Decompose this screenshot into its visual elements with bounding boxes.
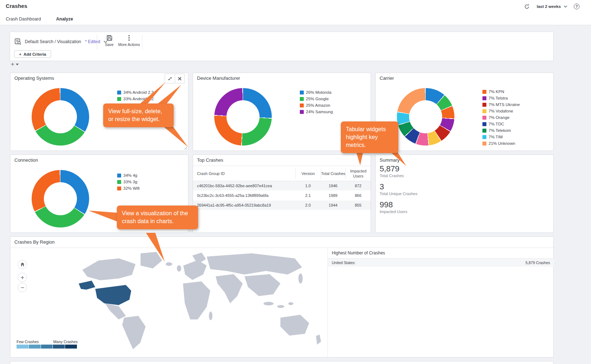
highest-crashes-list: United States:5,879 Crashes	[328, 259, 554, 267]
table-row[interactable]: 0c23bc2c-3c63-4555-a25a-13fdf899a6fa2.11…	[193, 191, 371, 200]
expand-widget-button[interactable]	[165, 74, 175, 83]
search-toolbar: Default Search / Visualization * Edited …	[10, 32, 554, 61]
column-header-impacted-users[interactable]: Impacted Users	[345, 168, 371, 179]
map-zoom-out-button[interactable]	[18, 283, 27, 292]
callout-visualization: View a visualization of the crash data i…	[117, 206, 198, 229]
gradient-step	[65, 345, 77, 349]
legend-item: 7% Telstra	[482, 95, 520, 101]
column-header-crash-group-id[interactable]: Crash Group ID	[193, 171, 296, 176]
divider	[10, 248, 553, 248]
legend-label: 26% Motorola	[306, 90, 331, 95]
legend-swatch	[482, 109, 486, 113]
metric-impacted-users: 998 Impacted Users	[380, 200, 417, 215]
cell-crash-group-id: 0c23bc2c-3c63-4555-a25a-13fdf899a6fa	[193, 193, 296, 198]
metric-value: 3	[380, 182, 417, 191]
carrier-legend: 7% KPN7% Telstra7% MTS Ukraine7% Vodafon…	[482, 88, 520, 147]
metric-total-crashes: 5,879 Total Crashes	[380, 164, 417, 179]
map-legend-labels: Few Crashes Many Crashes	[17, 340, 78, 344]
cell-version: 2.0	[296, 203, 321, 207]
widget-crashes-by-region: Crashes By Region	[10, 236, 554, 358]
legend-label: 33% Android 4.2	[123, 97, 154, 101]
legend-swatch	[117, 186, 121, 190]
edited-badge: * Edited	[85, 39, 100, 44]
legend-label: 25% Amazon	[306, 103, 330, 107]
add-criteria-button[interactable]: + Add Criteria	[14, 50, 51, 58]
few-crashes-label: Few Crashes	[17, 340, 39, 344]
page-title: Crashes	[6, 3, 27, 9]
carrier-donut-chart[interactable]	[397, 88, 454, 146]
expand-icon	[168, 77, 172, 81]
legend-item: 34% Android 2.3	[117, 89, 154, 96]
metric-total-unique-crashes: 3 Total Unique Crashes	[380, 182, 417, 197]
close-widget-button[interactable]	[175, 74, 184, 83]
column-header-total-crashes[interactable]: Total Crashes	[321, 168, 346, 179]
legend-item: 7% Orange	[482, 114, 520, 121]
chevron-down-icon	[564, 5, 567, 8]
gradient-step	[53, 345, 65, 349]
highest-crashes-row: United States:5,879 Crashes	[328, 259, 554, 267]
help-icon[interactable]: ?	[574, 4, 579, 9]
minus-icon	[20, 287, 24, 288]
header-actions: last 2 weeks ?	[523, 3, 579, 10]
cell-version: 2.1	[296, 193, 321, 198]
legend-item: 25% Google	[300, 96, 333, 102]
toolbar-divider	[97, 35, 97, 49]
connection-donut-chart[interactable]	[32, 170, 89, 227]
legend-item: 33% 3g	[117, 179, 139, 185]
device-manufacturer-legend: 26% Motorola25% Google25% Amazon24% Sams…	[300, 89, 333, 115]
widget-title: Operating Systems	[14, 75, 54, 81]
operating-systems-donut-chart[interactable]	[32, 88, 89, 146]
legend-item: 26% Motorola	[300, 89, 333, 96]
legend-swatch	[482, 103, 486, 107]
legend-item: 7% KPN	[482, 88, 520, 95]
column-header-version[interactable]: Version	[296, 168, 321, 179]
legend-item: 21% Unknown	[482, 140, 520, 147]
region-label: United States:	[332, 261, 356, 265]
legend-swatch	[482, 129, 486, 133]
table-row[interactable]: c46201bc-583a-4452-92be-aee807e41cea1.01…	[193, 181, 371, 190]
summary-metrics: 5,879 Total Crashes 3 Total Unique Crash…	[380, 164, 417, 218]
widget-top-crashes: Top Crashes Crash Group ID Version Total…	[193, 155, 371, 233]
legend-item: 7% MTS Ukraine	[482, 101, 520, 108]
legend-label: 34% 4g	[123, 173, 137, 178]
add-widget-button[interactable]: +	[11, 61, 19, 68]
legend-item: 7% Vodafone	[482, 108, 520, 114]
cell-version: 1.0	[296, 184, 321, 188]
cell-total-crashes: 1946	[321, 184, 346, 188]
time-range-dropdown[interactable]: last 2 weeks	[537, 4, 567, 9]
legend-label: 7% TDC	[489, 122, 504, 126]
legend-item: 24% Samsung	[300, 109, 333, 115]
widget-title: Device Manufacturer	[197, 75, 240, 81]
callout-tabular-widgets: Tabular widgets highlight key metrics.	[341, 121, 398, 153]
many-crashes-label: Many Crashes	[53, 340, 78, 344]
save-label: Save	[105, 42, 114, 47]
legend-swatch	[482, 135, 486, 139]
legend-item: 7% Telekom	[482, 127, 520, 134]
saved-search-dropdown[interactable]: Default Search / Visualization * Edited	[14, 36, 107, 48]
connection-legend: 34% 4g33% 3g32% Wifi	[117, 172, 139, 192]
legend-label: 21% Unknown	[489, 141, 515, 146]
legend-label: 24% Samsung	[306, 110, 333, 114]
save-button[interactable]: Save	[99, 35, 119, 47]
legend-swatch	[300, 110, 304, 114]
map-zoom-in-button[interactable]	[18, 273, 27, 282]
legend-swatch	[482, 90, 486, 94]
widget-title: Connection	[14, 157, 38, 163]
region-crash-count: 5,879 Crashes	[526, 261, 550, 265]
widget-title: Carrier	[380, 75, 394, 81]
device-manufacturer-donut-chart[interactable]	[214, 88, 272, 146]
legend-item: 7% TIM	[482, 134, 520, 140]
table-row[interactable]: 269441a1-dc95-4f5c-a954-05219abc8a192.01…	[193, 201, 371, 210]
legend-label: 32% Wifi	[123, 186, 139, 190]
highest-crashes-title: Highest Number of Crashes	[332, 250, 385, 255]
more-actions-button[interactable]: More Actions	[119, 35, 139, 47]
resize-handle[interactable]	[183, 146, 187, 150]
widget-title: Top Crashes	[197, 157, 223, 163]
widget-summary: Summary 5,879 Total Crashes 3 Total Uniq…	[375, 155, 554, 233]
map-home-button[interactable]	[18, 260, 27, 269]
refresh-icon[interactable]	[523, 3, 530, 10]
next-widget-edge	[10, 361, 554, 364]
world-map[interactable]	[64, 249, 338, 355]
metric-value: 998	[380, 200, 417, 209]
widget-title: Summary	[380, 157, 400, 163]
